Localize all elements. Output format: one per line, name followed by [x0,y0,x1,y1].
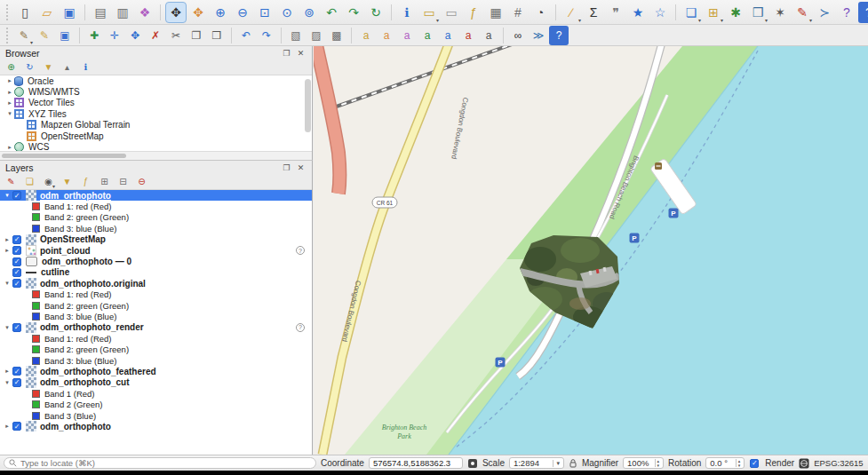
render-toggle[interactable]: ✓ Render [749,458,794,468]
raster-histogram-icon[interactable]: ▨ [307,26,326,45]
magnifier-spinbox[interactable]: 100% ▴▾ [623,457,664,469]
browser-item-openstreetmap[interactable]: OpenStreetMap [0,131,312,141]
layer-diagram-icon[interactable]: a [377,26,396,45]
layer-row-band-2-green[interactable]: Band 2 (Green) [0,399,312,409]
browser-item-oracle[interactable]: ▸Oracle [0,75,312,86]
layer-visibility-checkbox[interactable]: ✓ [12,323,21,332]
pan-map-icon[interactable]: ✥ [165,2,187,23]
browser-item-xyz-tiles[interactable]: ▾XYZ Tiles [0,108,312,119]
deselect-features-icon[interactable]: ▭ [441,2,462,23]
field-calculator-icon[interactable]: # [507,2,529,23]
browser-item-wms-wmts[interactable]: ▸WMS/WMTS [0,86,312,97]
close-panel-icon[interactable]: ✕ [295,47,307,59]
layer-row-band-3-blue-blue[interactable]: Band 3: blue (Blue) [0,223,312,234]
expander-closed-icon[interactable]: ▸ [3,423,12,430]
crs-icon[interactable] [799,458,809,469]
filter-by-expression-icon[interactable]: ƒ [78,174,93,189]
toggle-extents-icon[interactable] [467,458,478,469]
remove-layer-icon[interactable]: ⊖ [134,174,149,189]
layer-row-band-3-blue[interactable]: Band 3 (Blue) [0,410,312,421]
dropdown-arrow-icon[interactable]: ▾ [765,17,768,23]
layer-visibility-checkbox[interactable]: ✓ [12,279,21,288]
statistical-summary-icon[interactable]: Σ [583,2,604,23]
python-console-2-icon[interactable]: ≫ [529,26,548,45]
select-by-expression-icon[interactable]: ƒ [463,2,484,23]
layer-row-odm-orthophoto-original[interactable]: ▾✓odm_orthophoto.original [0,278,312,289]
layer-row-odm-orthophoto-render[interactable]: ▾✓odm_orthophoto_render? [0,322,312,333]
layer-row-band-1-red[interactable]: Band 1 (Red) [0,388,312,399]
measure-icon[interactable]: ∕▾ [561,2,582,23]
layer-row-band-1-red-red[interactable]: Band 1: red (Red) [0,289,312,300]
map-canvas[interactable]: P P P CR 61 Congdon Boulevard Congdon Bo… [314,46,868,455]
layer-row-cutline[interactable]: ✓cutline [0,267,312,278]
zoom-last-icon[interactable]: ↶ [321,2,342,23]
refresh-browser-icon[interactable]: ↻ [22,59,37,75]
rotation-spinbox[interactable]: 0.0 ° ▴▾ [705,457,745,469]
expander-closed-icon[interactable]: ▸ [5,99,14,107]
open-layer-styling-icon[interactable]: ✎ [4,174,19,189]
layer-row-odm-orthophoto[interactable]: ▸✓odm_orthophoto [0,421,312,431]
dropdown-arrow-icon[interactable]: ▾ [721,17,723,23]
help-icon[interactable]: ? [836,2,857,23]
refresh-map-icon[interactable]: ↻ [365,2,386,23]
layer-warning-badge[interactable]: ? [296,323,305,332]
python-console-icon[interactable]: ≻ [814,2,835,23]
help-contents-icon[interactable]: ? [549,26,569,45]
move-feature-icon[interactable]: ✥ [125,26,145,45]
layer-row-band-2-green-green[interactable]: Band 2: green (Green) [0,344,312,354]
collapse-all-icon[interactable]: ▴ [60,59,75,75]
local-histogram-stretch-icon[interactable]: ▩ [327,26,346,45]
expander-open-icon[interactable]: ▾ [3,192,12,199]
open-project-icon[interactable]: ▱ [36,2,58,23]
manage-map-themes-icon[interactable]: ◉▾ [41,174,56,189]
layer-row-band-1-red-red[interactable]: Band 1: red (Red) [0,333,312,344]
expander-closed-icon[interactable]: ▸ [3,247,12,254]
dropdown-arrow-icon[interactable]: ▾ [52,183,55,189]
scrollbar-thumb[interactable] [2,154,126,158]
layer-labeling-icon[interactable]: a [356,26,376,45]
data-source-manager-icon[interactable]: ⊞▾ [703,2,724,23]
dropdown-arrow-icon[interactable]: ▾ [436,17,439,23]
annotation-toolbar-icon[interactable]: ✎▾ [792,2,813,23]
float-panel-icon[interactable]: ❐ [281,162,292,173]
expand-all-icon[interactable]: ⊞ [97,174,112,189]
add-selected-layers-icon[interactable]: ⊕ [4,59,19,75]
layer-visibility-checkbox[interactable]: ✓ [12,367,21,376]
browser-horizontal-scrollbar[interactable] [0,151,312,160]
zoom-out-icon[interactable]: ⊖ [232,2,253,23]
add-feature-icon[interactable]: ✚ [84,26,104,45]
layer-row-band-3-blue-blue[interactable]: Band 3: blue (Blue) [0,311,312,321]
highlight-labels-icon[interactable]: a [418,26,437,45]
new-print-layout-icon[interactable]: ▤ [90,2,111,23]
zoom-next-icon[interactable]: ↷ [343,2,364,23]
expander-closed-icon[interactable]: ▸ [5,89,14,96]
zoom-in-icon[interactable]: ⊕ [210,2,231,23]
temporal-controller-icon[interactable]: ◔ [530,2,551,23]
rotate-label-icon[interactable]: a [458,26,478,45]
toolbar-drag-handle[interactable] [6,28,11,44]
layer-visibility-checkbox[interactable]: ✓ [12,422,21,431]
redo-icon[interactable]: ↷ [257,26,276,45]
new-bookmark-icon[interactable]: ★ [627,2,649,23]
layer-row-band-2-green-green[interactable]: Band 2: green (Green) [0,212,312,223]
current-edits-icon[interactable]: ✎▾ [14,26,34,45]
layer-row-band-3-blue-blue[interactable]: Band 3: blue (Blue) [0,355,312,366]
collapse-all-layers-icon[interactable]: ⊟ [115,174,131,189]
toolbar-drag-handle[interactable] [6,4,11,20]
properties-widget-icon[interactable]: ℹ [78,59,93,75]
identify-features-icon[interactable]: ℹ [396,2,418,23]
expander-open-icon[interactable]: ▾ [3,324,12,331]
delete-selected-icon[interactable]: ✗ [146,26,165,45]
pan-to-selection-icon[interactable]: ✥ [187,2,209,23]
float-panel-icon[interactable]: ❐ [281,47,292,59]
raster-stretch-icon[interactable]: ▧ [286,26,306,45]
show-bookmarks-icon[interactable]: ☆ [649,2,671,23]
plugin-manager-icon[interactable]: ❒▾ [747,2,768,23]
close-panel-icon[interactable]: ✕ [295,162,307,173]
style-manager-icon[interactable]: ❖ [134,2,155,23]
pin-labels-icon[interactable]: a [397,26,417,45]
expander-closed-icon[interactable]: ▸ [3,368,12,375]
options-icon[interactable]: ✶ [769,2,791,23]
new-project-icon[interactable]: ▯ [14,2,36,23]
layer-row-band-2-green-green[interactable]: Band 2: green (Green) [0,300,312,311]
